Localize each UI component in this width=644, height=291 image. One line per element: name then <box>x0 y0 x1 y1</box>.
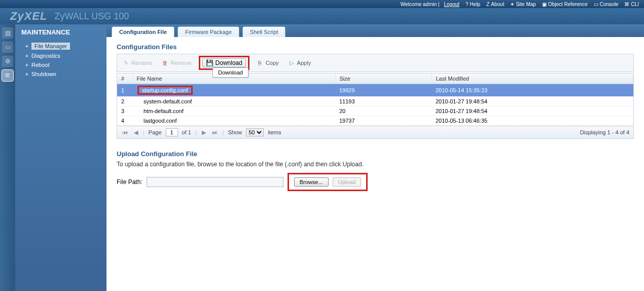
pager-prev-icon[interactable]: ◀ <box>133 129 139 136</box>
files-toolbar: ✎Rename 🗑Remove 💾Download ⎘Copy ▷Apply D… <box>117 54 634 72</box>
sidebar-icon-maintenance[interactable]: 🛠 <box>2 70 13 81</box>
trash-icon: 🗑 <box>162 59 169 66</box>
sidebar-item-reboot[interactable]: +Reboot <box>18 60 103 69</box>
pager-show-label: Show <box>228 129 242 135</box>
col-header-num[interactable]: # <box>117 74 132 84</box>
top-header-bar: Welcome admin | Logout ?Help ZAbout ✦Sit… <box>0 0 644 8</box>
browse-highlight: Browse... Upload <box>288 173 368 191</box>
expand-icon: + <box>25 71 29 77</box>
about-link[interactable]: ZAbout <box>486 2 504 7</box>
tab-firmware-package[interactable]: Firmware Package <box>177 26 239 37</box>
expand-icon: + <box>25 44 29 49</box>
download-icon: 💾 <box>206 59 213 66</box>
config-files-heading: Configuration Files <box>117 43 634 51</box>
pager-first-icon[interactable]: ⏮ <box>121 129 129 135</box>
pager-page-input[interactable] <box>166 128 178 136</box>
logo-bar: ZyXEL ZyWALL USG 100 <box>0 8 644 24</box>
nav-section-title: MAINTENANCE <box>18 28 103 36</box>
col-header-modified[interactable]: Last Modified <box>432 74 633 84</box>
product-name: ZyWALL USG 100 <box>54 11 129 22</box>
files-table: # File Name Size Last Modified 1startup-… <box>117 73 634 139</box>
cli-link[interactable]: ⌘CLI <box>624 2 639 7</box>
sidebar-icon-2[interactable]: ▭ <box>2 42 13 53</box>
sidebar-icon-3[interactable]: ⚙ <box>2 56 13 67</box>
table-row[interactable]: 4lastgood.conf197372010-05-13 06:46:35 <box>117 116 633 126</box>
icon-sidebar: ▤ ▭ ⚙ 🛠 <box>0 24 15 291</box>
cell-size: 19929 <box>335 84 432 97</box>
copy-icon: ⎘ <box>257 59 264 66</box>
expand-icon: + <box>25 53 29 59</box>
table-row[interactable]: 1startup-config.conf199292010-05-14 15:3… <box>117 84 633 97</box>
cell-filename: lastgood.conf <box>132 116 335 126</box>
console-icon: ▭ <box>594 2 598 7</box>
upload-heading: Upload Configuration File <box>117 150 634 158</box>
expand-icon: + <box>25 62 29 68</box>
upload-button[interactable]: Upload <box>333 177 362 187</box>
object-ref-link[interactable]: ▣Object Reference <box>542 2 588 7</box>
pager-last-icon[interactable]: ⏭ <box>211 129 219 135</box>
apply-icon: ▷ <box>288 59 295 66</box>
tab-configuration-file[interactable]: Configuration File <box>112 26 174 37</box>
sidebar-item-shutdown[interactable]: +Shutdown <box>18 69 103 79</box>
apply-button[interactable]: ▷Apply <box>286 58 313 67</box>
object-ref-icon: ▣ <box>542 2 547 7</box>
help-link[interactable]: ?Help <box>466 2 480 7</box>
sidebar-item-label: Diagnostics <box>31 53 60 59</box>
sidebar-icon-1[interactable]: ▤ <box>2 27 13 39</box>
remove-button[interactable]: 🗑Remove <box>160 58 194 67</box>
cell-num: 3 <box>117 106 132 116</box>
sidebar-item-diagnostics[interactable]: +Diagnostics <box>18 51 103 60</box>
pager-show-select[interactable]: 50 <box>246 128 264 136</box>
col-header-size[interactable]: Size <box>335 74 432 84</box>
pager-next-icon[interactable]: ▶ <box>201 129 207 136</box>
welcome-text: Welcome admin | Logout <box>401 2 459 7</box>
file-path-label: File Path: <box>117 178 142 186</box>
logout-link[interactable]: Logout <box>444 2 459 7</box>
copy-button[interactable]: ⎘Copy <box>255 58 281 67</box>
console-link[interactable]: ▭Console <box>594 2 619 7</box>
sidebar-item-label: Shutdown <box>31 71 56 77</box>
file-path-input[interactable] <box>147 177 283 187</box>
rename-button[interactable]: ✎Rename <box>120 58 155 67</box>
cell-modified: 2010-05-14 15:35:23 <box>432 84 633 97</box>
rename-icon: ✎ <box>122 59 129 66</box>
cell-size: 19737 <box>335 116 432 126</box>
download-tooltip: Download <box>212 67 248 78</box>
sidebar-item-label: File Manager <box>31 43 70 50</box>
pager-page-label: Page <box>149 129 162 135</box>
upload-description: To upload a configuration file, browse t… <box>117 161 634 168</box>
cell-filename: startup-config.conf <box>132 84 335 97</box>
cell-modified: 2010-01-27 19:48:54 <box>432 97 633 106</box>
pager-display-text: Displaying 1 - 4 of 4 <box>580 129 629 135</box>
pager-of-label: of 1 <box>182 129 191 135</box>
pager-bar: ⏮ ◀ | Page of 1 | ▶ ⏭ | Show 50 items Di… <box>117 126 633 138</box>
cell-filename: system-default.conf <box>132 97 335 106</box>
cell-filename: htm-default.conf <box>132 106 335 116</box>
tab-strip: Configuration File Firmware Package Shel… <box>106 24 644 37</box>
cell-num: 2 <box>117 97 132 106</box>
content-area: Configuration File Firmware Package Shel… <box>106 24 644 291</box>
cli-icon: ⌘ <box>624 2 629 7</box>
nav-panel: MAINTENANCE +File Manager +Diagnostics +… <box>15 24 106 291</box>
cell-modified: 2010-05-13 06:46:35 <box>432 116 633 126</box>
cell-num: 4 <box>117 116 132 126</box>
brand-logo: ZyXEL <box>10 10 47 23</box>
help-icon: ? <box>466 2 469 7</box>
sidebar-item-label: Reboot <box>31 62 49 68</box>
sitemap-icon: ✦ <box>510 2 514 7</box>
sitemap-link[interactable]: ✦Site Map <box>510 2 535 7</box>
cell-num: 1 <box>117 84 132 97</box>
cell-size: 20 <box>335 106 432 116</box>
cell-size: 11193 <box>335 97 432 106</box>
sidebar-item-file-manager[interactable]: +File Manager <box>18 41 103 51</box>
tab-shell-script[interactable]: Shell Script <box>242 26 286 37</box>
pager-items-label: items <box>268 129 281 135</box>
download-button[interactable]: 💾Download <box>202 58 246 67</box>
about-icon: Z <box>486 2 489 7</box>
table-row[interactable]: 2system-default.conf111932010-01-27 19:4… <box>117 97 633 106</box>
table-row[interactable]: 3htm-default.conf202010-01-27 19:48:54 <box>117 106 633 116</box>
cell-modified: 2010-01-27 19:48:54 <box>432 106 633 116</box>
browse-button[interactable]: Browse... <box>294 177 329 187</box>
